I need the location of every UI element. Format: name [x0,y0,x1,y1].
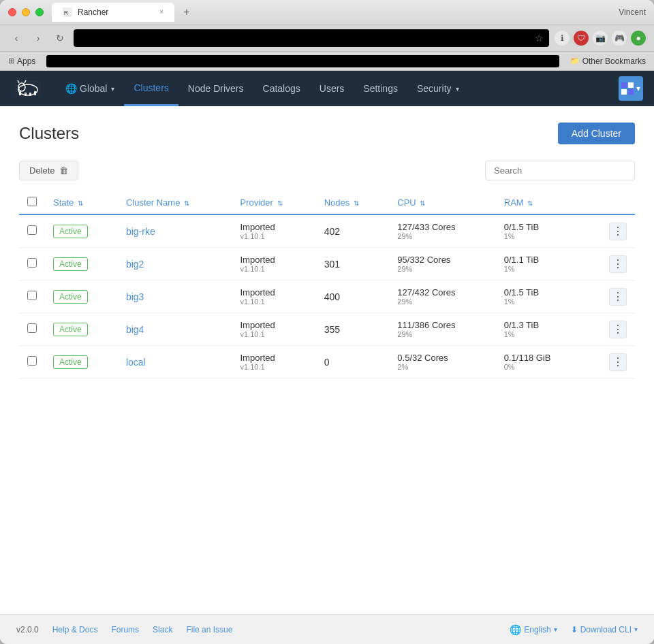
action-button-big4[interactable]: ⋮ [609,321,627,338]
cpu-pct-local: 2% [397,363,487,371]
svg-rect-7 [34,91,36,95]
extension-icon[interactable]: ● [631,31,646,46]
apps-bookmark[interactable]: ⊞ Apps [8,57,35,66]
apps-label: Apps [17,57,35,66]
maximize-button[interactable] [35,8,44,16]
url-bar[interactable]: ☆ [74,29,549,47]
close-button[interactable] [8,8,16,16]
row-checkbox-cell [19,313,45,346]
address-bar: ‹ › ↻ ☆ ℹ 🛡 📷 🎮 ● [0,25,654,52]
status-badge-big3: Active [53,290,88,304]
tab-bar: R Rancher × + [52,3,638,22]
nodes-value-big2: 301 [324,259,340,270]
row-cpu-cell-big-rke: 127/433 Cores 29% [389,214,495,248]
row-provider-cell-big2: Imported v1.10.1 [232,248,316,280]
other-bookmarks[interactable]: 📁 Other Bookmarks [570,57,646,66]
row-cpu-cell-local: 0.5/32 Cores 2% [389,346,495,379]
shield-icon[interactable]: 🛡 [574,31,589,46]
row-provider-cell-big3: Imported v1.10.1 [232,280,316,313]
row-state-local: Active [45,346,118,379]
nav-item-global[interactable]: 🌐 Global ▾ [56,71,124,106]
avatar-grid [621,82,634,95]
status-badge-local: Active [53,355,88,369]
action-button-big2[interactable]: ⋮ [609,255,627,273]
nav-item-catalogs[interactable]: Catalogs [253,71,310,106]
nodes-value-big3: 400 [324,291,340,302]
game-icon[interactable]: 🎮 [612,31,627,46]
search-input[interactable] [485,161,635,180]
row-checkbox-big2[interactable] [27,258,37,268]
avatar-cell-4 [628,89,634,95]
minimize-button[interactable] [22,8,30,16]
active-tab[interactable]: R Rancher × [52,3,174,22]
back-button[interactable]: ‹ [8,30,25,46]
row-provider-cell-big4: Imported v1.10.1 [232,313,316,346]
traffic-lights [8,8,44,16]
rancher-tab-icon: R [63,7,72,17]
avatar-chevron: ▾ [636,84,640,93]
provider-version-big2: v1.10.1 [240,265,308,273]
action-button-local[interactable]: ⋮ [609,353,627,371]
th-cluster-name[interactable]: Cluster Name ⇅ [118,191,232,214]
ram-value-big2: 0/1.1 TiB [504,255,578,265]
nodes-value-big-rke: 402 [324,226,340,237]
th-provider[interactable]: Provider ⇅ [232,191,316,214]
row-nodes-cell-big4: 355 [316,313,390,346]
refresh-button[interactable]: ↻ [52,30,68,46]
action-button-big3[interactable]: ⋮ [609,288,627,306]
svg-rect-2 [11,76,45,101]
cluster-link-big2[interactable]: big2 [126,259,144,270]
delete-button[interactable]: Delete 🗑 [19,161,78,180]
nav-item-users[interactable]: Users [310,71,354,106]
forums-link[interactable]: Forums [111,625,139,634]
select-all-header [19,191,45,214]
cluster-link-big4[interactable]: big4 [126,324,144,335]
catalogs-label: Catalogs [263,83,300,94]
row-name-cell-big4: big4 [118,313,232,346]
row-ram-cell-big2: 0/1.1 TiB 1% [496,248,587,280]
th-state[interactable]: State ⇅ [45,191,118,214]
nav-item-node-drivers[interactable]: Node Drivers [178,71,253,106]
th-cpu[interactable]: CPU ⇅ [389,191,495,214]
global-label: Global [80,83,107,94]
nav-item-clusters[interactable]: Clusters [124,71,178,106]
th-ram[interactable]: RAM ⇅ [496,191,587,214]
add-cluster-button[interactable]: Add Cluster [558,123,635,144]
cpu-cores-big-rke: 127/433 Cores [397,222,487,232]
cluster-link-local[interactable]: local [126,357,146,368]
row-state-big-rke: Active [45,214,118,248]
nav-item-settings[interactable]: Settings [354,71,407,106]
th-nodes[interactable]: Nodes ⇅ [316,191,390,214]
cpu-pct-big4: 29% [397,330,487,338]
rancher-logo[interactable] [11,76,45,101]
new-tab-button[interactable]: + [177,3,196,22]
cluster-link-big3[interactable]: big3 [126,291,144,302]
row-checkbox-big3[interactable] [27,291,37,300]
provider-name-big4: Imported [240,320,308,330]
row-checkbox-big-rke[interactable] [27,225,37,235]
row-state-big4: Active [45,313,118,346]
row-checkbox-local[interactable] [27,356,37,366]
top-nav: 🌐 Global ▾ Clusters Node Drivers Catalog… [0,71,654,106]
slack-link[interactable]: Slack [153,625,172,634]
row-cpu-cell-big3: 127/432 Cores 29% [389,280,495,313]
delete-icon: 🗑 [59,165,68,176]
nav-item-security[interactable]: Security ▾ [407,71,469,106]
help-docs-link[interactable]: Help & Docs [52,625,98,634]
cpu-cores-big2: 95/332 Cores [397,255,487,265]
forward-button[interactable]: › [30,30,46,46]
other-bookmarks-label: Other Bookmarks [582,57,646,66]
tab-close-icon[interactable]: × [159,8,164,16]
cluster-link-big-rke[interactable]: big-rke [126,226,155,237]
camera-icon[interactable]: 📷 [593,31,608,46]
row-nodes-cell-local: 0 [316,346,390,379]
row-checkbox-big4[interactable] [27,323,37,333]
action-button-big-rke[interactable]: ⋮ [609,223,627,240]
language-selector[interactable]: 🌐 English ▾ [510,624,557,635]
language-label: English [524,625,550,634]
download-cli[interactable]: ⬇ Download CLI ▾ [571,625,638,634]
user-avatar[interactable]: ▾ [619,76,643,101]
select-all-checkbox[interactable] [27,197,37,206]
file-issue-link[interactable]: File an Issue [186,625,232,634]
info-icon[interactable]: ℹ [555,31,570,46]
